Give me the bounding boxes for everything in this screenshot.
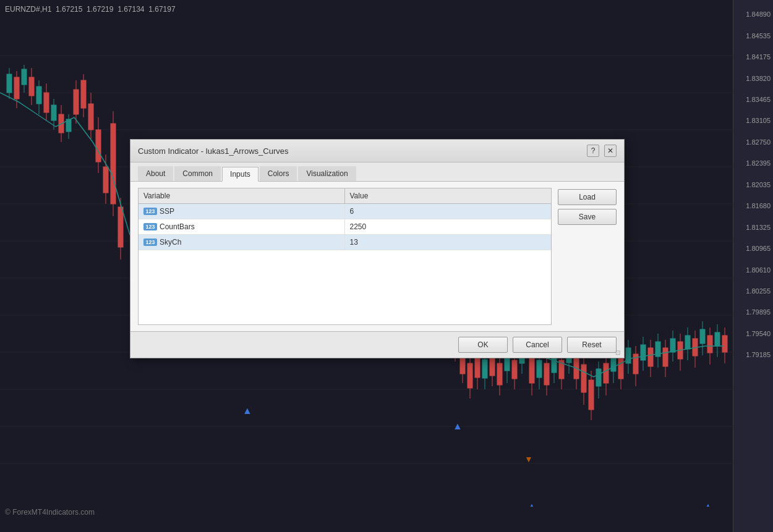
dialog-title: Custom Indicator - lukas1_Arrows_Curves [138, 146, 288, 156]
tab-visualization[interactable]: Visualization [298, 166, 356, 181]
dialog-titlebar: Custom Indicator - lukas1_Arrows_Curves … [130, 140, 624, 163]
reset-button[interactable]: Reset [567, 337, 617, 353]
dialog-overlay: Custom Indicator - lukas1_Arrows_Curves … [0, 0, 773, 532]
type-badge: 123 [143, 239, 157, 246]
table-row[interactable]: 123 CountBars 2250 [139, 219, 551, 235]
close-button[interactable]: ✕ [604, 145, 617, 157]
dialog-body: Variable Value 123 SSP 6 123 [130, 182, 624, 331]
save-button[interactable]: Save [558, 209, 617, 225]
table-header: Variable Value [139, 188, 551, 204]
tab-inputs[interactable]: Inputs [222, 167, 258, 182]
tab-common[interactable]: Common [174, 166, 221, 181]
help-button[interactable]: ? [587, 145, 599, 157]
dialog-tabs: About Common Inputs Colors Visualization [130, 163, 624, 182]
cell-variable: 123 SkyCh [139, 235, 345, 250]
type-badge: 123 [143, 208, 157, 215]
header-variable: Variable [139, 188, 345, 203]
inputs-table: Variable Value 123 SSP 6 123 [138, 188, 552, 325]
table-row[interactable]: 123 SkyCh 13 [139, 235, 551, 250]
cell-value: 2250 [345, 219, 552, 234]
tab-about[interactable]: About [138, 166, 173, 181]
indicator-dialog: Custom Indicator - lukas1_Arrows_Curves … [130, 139, 625, 358]
type-badge: 123 [143, 223, 157, 230]
cell-value: 6 [345, 204, 552, 219]
cell-variable: 123 SSP [139, 204, 345, 219]
load-button[interactable]: Load [558, 189, 617, 205]
dialog-footer: OK Cancel Reset [130, 331, 624, 358]
header-value: Value [345, 188, 552, 203]
tab-colors[interactable]: Colors [260, 166, 297, 181]
cancel-button[interactable]: Cancel [513, 337, 562, 353]
variable-value: 2250 [350, 222, 367, 231]
variable-value: 13 [350, 238, 358, 247]
empty-table-area [139, 250, 551, 324]
cell-value: 13 [345, 235, 552, 250]
cell-variable: 123 CountBars [139, 219, 345, 234]
resize-handle[interactable]: ⊡ [615, 349, 621, 355]
ok-button[interactable]: OK [458, 337, 508, 353]
side-buttons: Load Save [558, 188, 617, 325]
variable-value: 6 [350, 207, 354, 216]
dialog-controls: ? ✕ [587, 145, 617, 157]
table-row[interactable]: 123 SSP 6 [139, 204, 551, 219]
variable-name: CountBars [160, 222, 195, 231]
variable-name: SkyCh [160, 238, 181, 247]
variable-name: SSP [160, 207, 174, 216]
